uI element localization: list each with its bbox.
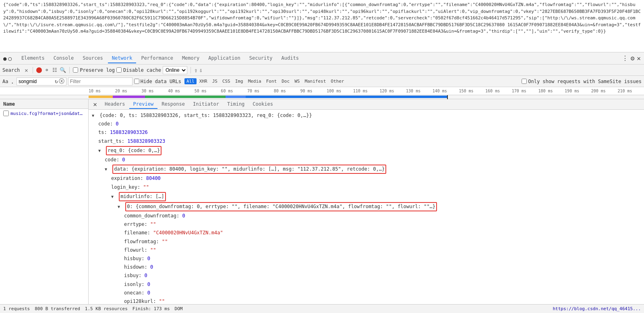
json-root-line[interactable]: ▼ {code: 0, ts: 1588328903326, start_ts:… (89, 111, 644, 120)
status-bar: 1 requests 800 B transferred 1.5 KB reso… (0, 304, 644, 313)
details-panel: ✕ Headers Preview Response Initiator Tim… (89, 99, 644, 304)
filter-type-css[interactable]: CSS (220, 78, 232, 84)
tab-sources[interactable]: Sources (79, 54, 107, 63)
filter-type-xhr[interactable]: XHR (197, 78, 209, 84)
request-name[interactable]: musicu.fcg?format=json&data=%7B%22req_0%… (10, 111, 85, 116)
tab-memory[interactable]: Memory (178, 54, 203, 63)
more-icon[interactable]: ⋮ (622, 54, 628, 62)
request-item[interactable]: musicu.fcg?format=json&data=%7B%22req_0%… (0, 109, 88, 118)
json-key-code: code: (98, 121, 116, 127)
filter-search-input[interactable] (19, 79, 55, 84)
json-req0-highlight: req_0: {code: 0,…} (106, 146, 162, 155)
json-line-expiration: expiration: 80400 (89, 174, 644, 183)
filter-text-input[interactable] (68, 77, 133, 86)
preserve-log-checkbox[interactable] (73, 67, 78, 73)
tab-initiator[interactable]: Initiator (189, 100, 223, 109)
status-url[interactable]: https://blog.csdn.net/qq_46415... (553, 306, 641, 311)
device-icon[interactable]: ◯ (8, 55, 11, 62)
import-icon[interactable]: ⇧ (194, 67, 197, 73)
json-value-flowfromtag: "" (162, 239, 168, 244)
json-key-req0: req_0: (108, 148, 128, 153)
disable-cache-label[interactable]: Disable cache (116, 67, 161, 73)
json-key-hisdown: hisdown: (124, 264, 150, 270)
tab-timing[interactable]: Timing (223, 100, 248, 109)
json-line-errtype: errtype: "" (89, 220, 644, 229)
tab-cookies[interactable]: Cookies (248, 100, 277, 109)
tab-response[interactable]: Response (157, 100, 189, 109)
hide-data-urls-label[interactable]: Hide data URLs (134, 79, 181, 84)
clear-button[interactable]: ⚬ (43, 67, 50, 73)
tab-console[interactable]: Console (50, 54, 78, 63)
json-value-hisdown: 0 (150, 264, 153, 270)
json-line-onecan: onecan: 0 (89, 289, 644, 297)
json-key-ts: ts: (98, 129, 110, 135)
json-value-opi128: "" (159, 298, 165, 304)
filter-input-wrap: ↻ ⓧ (17, 77, 66, 86)
throttle-select[interactable]: Online (163, 66, 187, 74)
json-line-data[interactable]: ▼ data: {expiration: 80400, login_key: "… (89, 164, 644, 174)
tl-cursor (447, 95, 448, 99)
json-line-midurlinfo[interactable]: ▼ midurlinfo: […] (89, 192, 644, 202)
record-button[interactable] (36, 67, 42, 73)
tab-application[interactable]: Application (204, 54, 244, 63)
tab-security[interactable]: Security (245, 54, 277, 63)
inspect-icon[interactable]: ● (3, 55, 6, 62)
filter-cancel-icon[interactable]: ⓧ (59, 78, 64, 85)
json-key-cdt: common_downfromtag: (124, 213, 182, 219)
json-key-opi128: opi128kurl: (124, 298, 159, 304)
filter-type-doc[interactable]: Doc (280, 78, 292, 84)
filter-type-media[interactable]: Media (246, 78, 263, 84)
search-close-icon[interactable]: ✕ (23, 67, 29, 73)
json-value-code: 0 (116, 121, 118, 127)
tab-network[interactable]: Network (108, 54, 137, 63)
tab-performance[interactable]: Performance (137, 54, 177, 63)
tab-audits[interactable]: Audits (277, 54, 303, 63)
close-devtools-icon[interactable]: ✕ (637, 54, 641, 62)
filter-bar: Aa . ↻ ⓧ Hide data URLs All XHR JS CSS I… (0, 76, 644, 87)
tab-headers[interactable]: Headers (101, 100, 129, 109)
tab-preview[interactable]: Preview (129, 100, 158, 109)
filter-icon[interactable]: ☷ (52, 67, 58, 73)
json-line-hisbuy: hisbuy: 0 (89, 255, 644, 263)
filter-type-ws[interactable]: WS (292, 78, 302, 84)
json-key-flowfromtag: flowfromtag: (124, 239, 162, 244)
tl-30ms: 30 ms (141, 89, 168, 93)
midurlinfo-expand-arrow[interactable]: ▼ (111, 194, 116, 200)
json-value-ts: 1588328903326 (110, 129, 148, 135)
main-content: Name musicu.fcg?format=json&data=%7B%22r… (0, 99, 644, 304)
disable-cache-checkbox[interactable] (116, 67, 122, 73)
filter-type-all[interactable]: All (184, 78, 197, 84)
settings-icon[interactable]: ⚙ (631, 54, 635, 62)
req0-expand-arrow[interactable]: ▼ (98, 148, 103, 154)
json-key-isonly: isonly: (124, 282, 147, 287)
only-samesite-checkbox[interactable] (522, 79, 527, 84)
filter-type-manifest[interactable]: Manifest (302, 78, 328, 84)
separator-2 (69, 67, 70, 73)
filter-type-font[interactable]: Font (264, 78, 279, 84)
json-line-ts: ts: 1588328903326 (89, 128, 644, 137)
json-key-midurlinfo-0: 0: (127, 204, 136, 209)
json-line-midurlinfo-0[interactable]: ▼ 0: {common_downfromtag: 0, errtype: ""… (89, 202, 644, 212)
details-close-icon[interactable]: ✕ (91, 100, 99, 109)
midurlinfo0-expand-arrow[interactable]: ▼ (118, 204, 122, 210)
export-icon[interactable]: ⇩ (199, 67, 202, 73)
request-list: Name musicu.fcg?format=json&data=%7B%22r… (0, 99, 89, 304)
filter-type-js[interactable]: JS (210, 78, 219, 84)
data-expand-arrow[interactable]: ▼ (105, 166, 110, 173)
json-line-isbuy: isbuy: 0 (89, 271, 644, 280)
root-expand-arrow[interactable]: ▼ (92, 113, 97, 119)
request-checkbox[interactable] (3, 111, 9, 116)
search-icon[interactable]: 🔍 (60, 67, 66, 73)
json-line-req0[interactable]: ▼ req_0: {code: 0,…} (89, 146, 644, 156)
json-tree: ▼ {code: 0, ts: 1588328903326, start_ts:… (89, 110, 644, 304)
json-value-req0-code: 0 (122, 157, 125, 163)
timeline-color-bar (0, 95, 644, 99)
filter-refresh-icon[interactable]: ↻ (55, 78, 58, 84)
tab-elements[interactable]: Elements (17, 54, 49, 63)
hide-data-urls-checkbox[interactable] (134, 79, 139, 84)
filter-type-other[interactable]: Other (329, 78, 346, 84)
filter-type-img[interactable]: Img (233, 78, 245, 84)
preserve-log-label[interactable]: Preserve log (73, 67, 115, 73)
status-requests: 1 requests (3, 306, 30, 311)
only-samesite-label[interactable]: Only show requests with SameSite issues (522, 79, 642, 84)
